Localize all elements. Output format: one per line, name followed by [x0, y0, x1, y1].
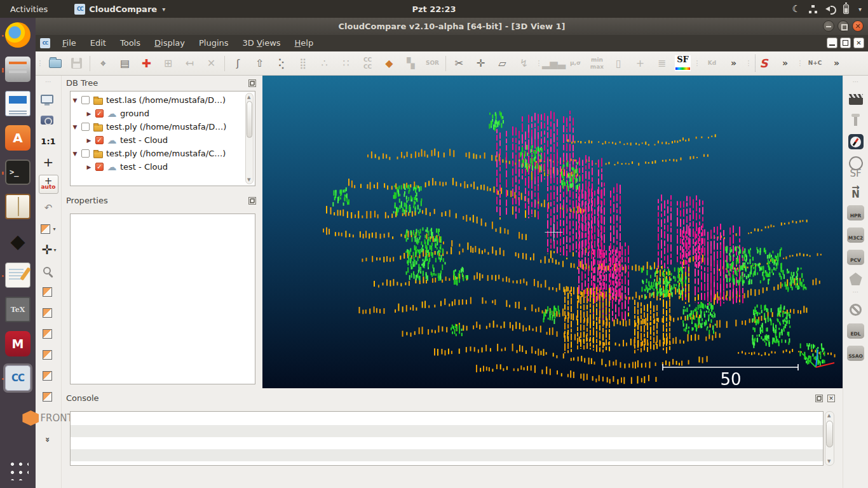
properties-tool[interactable]: ▤: [116, 55, 133, 72]
menu-display[interactable]: Display: [147, 35, 192, 51]
dock-terminal[interactable]: •• >_: [0, 155, 36, 189]
menu-3d-views[interactable]: 3D Views: [236, 35, 288, 51]
close-button[interactable]: [852, 20, 864, 32]
set-view-button[interactable]: ▾: [41, 222, 55, 236]
clip-box-tool[interactable]: ▱: [494, 55, 511, 72]
tree-item[interactable]: ▶ ✓ ☁ test - Cloud: [72, 133, 255, 147]
toolbar-grip[interactable]: ⋮: [798, 55, 802, 72]
compass-plugin-button[interactable]: [848, 134, 864, 149]
float-panel-icon[interactable]: [248, 79, 256, 87]
app-menu-button[interactable]: CC CloudCompare ▾: [74, 4, 165, 15]
dock-notes[interactable]: •: [0, 258, 36, 292]
delete-tool[interactable]: ✕: [203, 55, 220, 72]
menu-edit[interactable]: Edit: [83, 35, 113, 51]
toolbar-grip[interactable]: ⋮: [695, 55, 699, 72]
histogram-tool[interactable]: ▂▅▃: [545, 55, 562, 72]
tree-item[interactable]: ▼ test.ply (/home/mustafa/D…): [72, 120, 255, 133]
poisson-plugin-button[interactable]: [850, 272, 862, 286]
toolbar-grip[interactable]: ⋮: [537, 55, 541, 72]
close-panel-icon[interactable]: ✕: [827, 395, 835, 402]
dock-cloudcompare[interactable]: • CC: [0, 361, 36, 395]
toolbar-grip[interactable]: ⋯: [853, 288, 859, 295]
rotate-view-button[interactable]: ↶: [43, 201, 54, 215]
toolbar-grip[interactable]: ⋯: [44, 78, 53, 85]
dock-texmaker[interactable]: TeX: [0, 292, 36, 327]
overflow-button[interactable]: »: [725, 55, 742, 72]
segment-tool[interactable]: ʃ: [229, 55, 247, 72]
system-indicators[interactable]: ☾ ▾: [792, 0, 862, 18]
refresh-display-button[interactable]: [41, 92, 56, 106]
trace-polyline-tool[interactable]: ↯: [515, 55, 532, 72]
sor-filter-tool[interactable]: SOR: [424, 55, 441, 72]
noise-filter-tool[interactable]: ▯: [610, 55, 627, 72]
zoom-1-1-button[interactable]: 1:1: [39, 134, 57, 148]
db-tree-scrollbar[interactable]: ▲▼: [245, 93, 254, 184]
view-back-button[interactable]: [43, 348, 55, 362]
animation-plugin-button[interactable]: [849, 92, 863, 106]
console-scrollbar[interactable]: ▲▼: [825, 411, 834, 466]
expander-icon[interactable]: ▼: [72, 124, 78, 130]
maximize-button[interactable]: [837, 20, 849, 32]
minimize-button[interactable]: [823, 20, 834, 32]
float-panel-icon[interactable]: [248, 197, 256, 205]
dock-mendeley[interactable]: M: [0, 327, 36, 361]
auto-pick-center-button[interactable]: +auto: [39, 175, 58, 194]
clone-tool[interactable]: ⊞: [159, 55, 177, 72]
fit-gaussian-tool[interactable]: μ,σ: [567, 55, 584, 72]
separator[interactable]: [224, 56, 225, 71]
apply-transformation-tool[interactable]: ↤: [181, 55, 198, 72]
translate-rotate-tool[interactable]: ⇧: [251, 55, 268, 72]
console-line[interactable]: [71, 437, 823, 449]
qcork-plugin-button[interactable]: [854, 113, 857, 127]
translate-view-button[interactable]: ✛ ▾: [41, 243, 57, 257]
menu-file[interactable]: File: [55, 35, 83, 51]
console-line[interactable]: [71, 413, 823, 425]
expander-icon[interactable]: ▶: [86, 137, 92, 144]
separator[interactable]: [90, 56, 90, 71]
sf-colorscale-tool[interactable]: SF: [675, 55, 691, 71]
canupo-plugin-button[interactable]: N+C: [806, 55, 824, 72]
view-top-button[interactable]: [43, 285, 55, 299]
mdi-minimize-button[interactable]: [827, 37, 837, 48]
pick-point-tool[interactable]: ⌖: [95, 55, 112, 72]
visibility-checkbox[interactable]: [81, 96, 90, 104]
console-line[interactable]: [71, 425, 823, 437]
delaunay-tool[interactable]: ∴: [316, 55, 333, 72]
sample-points-tool[interactable]: ⣿: [294, 55, 311, 72]
edl-filter-button[interactable]: EDL: [847, 323, 864, 339]
screenshot-button[interactable]: [41, 113, 56, 127]
open-button[interactable]: [46, 55, 64, 72]
sf-minmax-tool[interactable]: min max: [588, 55, 606, 72]
visibility-checkbox[interactable]: ✓: [95, 136, 104, 144]
expander-icon[interactable]: ▶: [86, 111, 92, 117]
normals-plugin-button[interactable]: → N: [851, 184, 860, 198]
dock-dictionary[interactable]: [0, 189, 36, 224]
clock[interactable]: Pzt 22:23: [412, 4, 456, 14]
activities-button[interactable]: Activities: [0, 0, 58, 18]
m3c2-plugin-button[interactable]: M3C2: [847, 227, 864, 243]
overflow-button[interactable]: »: [776, 55, 794, 72]
window-titlebar[interactable]: CloudCompare v2.10-alpha [64-bit] - [3D …: [36, 18, 868, 35]
3d-viewport[interactable]: [262, 76, 843, 388]
remove-filter-button[interactable]: [850, 302, 862, 316]
console-line[interactable]: [71, 449, 823, 461]
menu-plugins[interactable]: Plugins: [192, 35, 236, 51]
cloud-cloud-distance-tool[interactable]: CC CC: [359, 55, 376, 72]
view-left-button[interactable]: [43, 327, 55, 341]
view-right-button[interactable]: [43, 369, 55, 383]
save-button[interactable]: [68, 55, 85, 72]
dock-ubuntu-software[interactable]: A: [0, 121, 36, 155]
add-point-tool[interactable]: ✚: [138, 55, 155, 72]
visibility-checkbox[interactable]: ✓: [95, 163, 104, 171]
ssao-filter-button[interactable]: SSAO: [847, 346, 864, 361]
expander-icon[interactable]: ▼: [72, 97, 78, 104]
cloud-mesh-distance-tool[interactable]: ◆: [381, 55, 398, 72]
menu-help[interactable]: Help: [288, 35, 321, 51]
expander-icon[interactable]: ▼: [72, 151, 78, 157]
closest-point-set-tool[interactable]: ▚: [402, 55, 419, 72]
dock-libreoffice-writer[interactable]: [0, 86, 36, 121]
kd-tree-tool[interactable]: Kd: [703, 55, 721, 72]
show-applications-button[interactable]: [0, 452, 36, 487]
view-bottom-button[interactable]: [43, 390, 55, 403]
expander-icon[interactable]: ▶: [86, 164, 92, 170]
